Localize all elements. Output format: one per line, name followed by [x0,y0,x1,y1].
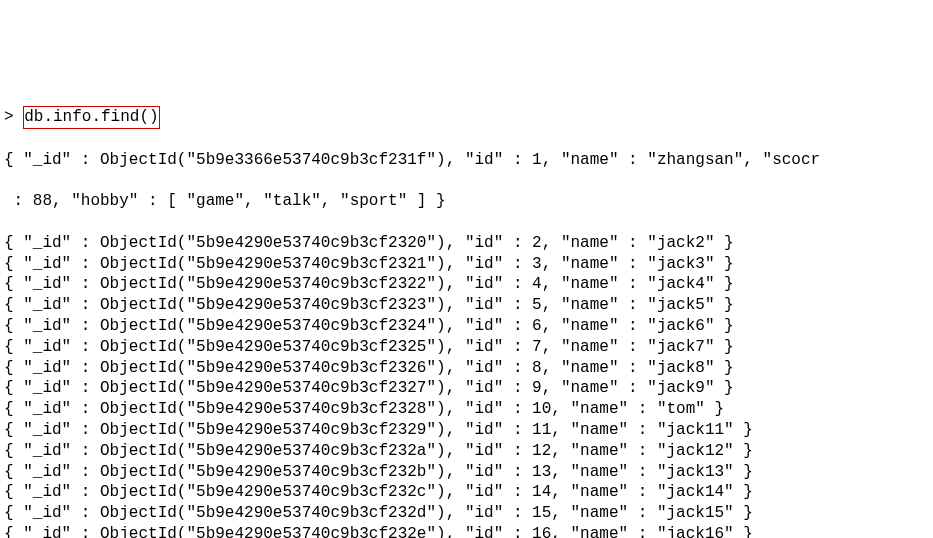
result-doc: { "_id" : ObjectId("5b9e4290e53740c9b3cf… [4,295,929,316]
result-doc: { "_id" : ObjectId("5b9e4290e53740c9b3cf… [4,441,929,462]
result-doc: { "_id" : ObjectId("5b9e4290e53740c9b3cf… [4,462,929,483]
command-text: db.info.find() [24,108,158,126]
result-doc-1-line2: : 88, "hobby" : [ "game", "talk", "sport… [4,191,929,212]
mongo-shell-terminal[interactable]: > db.info.find() { "_id" : ObjectId("5b9… [0,83,933,538]
result-doc: { "_id" : ObjectId("5b9e4290e53740c9b3cf… [4,524,929,538]
result-doc: { "_id" : ObjectId("5b9e4290e53740c9b3cf… [4,274,929,295]
result-doc: { "_id" : ObjectId("5b9e4290e53740c9b3cf… [4,337,929,358]
command-highlight: db.info.find() [23,106,159,129]
command-line: > db.info.find() [4,106,929,129]
result-doc: { "_id" : ObjectId("5b9e4290e53740c9b3cf… [4,482,929,503]
result-doc: { "_id" : ObjectId("5b9e4290e53740c9b3cf… [4,378,929,399]
prompt-symbol: > [4,108,23,126]
result-doc: { "_id" : ObjectId("5b9e4290e53740c9b3cf… [4,399,929,420]
result-doc: { "_id" : ObjectId("5b9e4290e53740c9b3cf… [4,420,929,441]
result-doc-list: { "_id" : ObjectId("5b9e4290e53740c9b3cf… [4,233,929,538]
result-doc: { "_id" : ObjectId("5b9e4290e53740c9b3cf… [4,316,929,337]
result-doc: { "_id" : ObjectId("5b9e4290e53740c9b3cf… [4,503,929,524]
result-doc: { "_id" : ObjectId("5b9e4290e53740c9b3cf… [4,254,929,275]
result-doc-1-line1: { "_id" : ObjectId("5b9e3366e53740c9b3cf… [4,150,929,171]
result-doc: { "_id" : ObjectId("5b9e4290e53740c9b3cf… [4,358,929,379]
result-doc: { "_id" : ObjectId("5b9e4290e53740c9b3cf… [4,233,929,254]
